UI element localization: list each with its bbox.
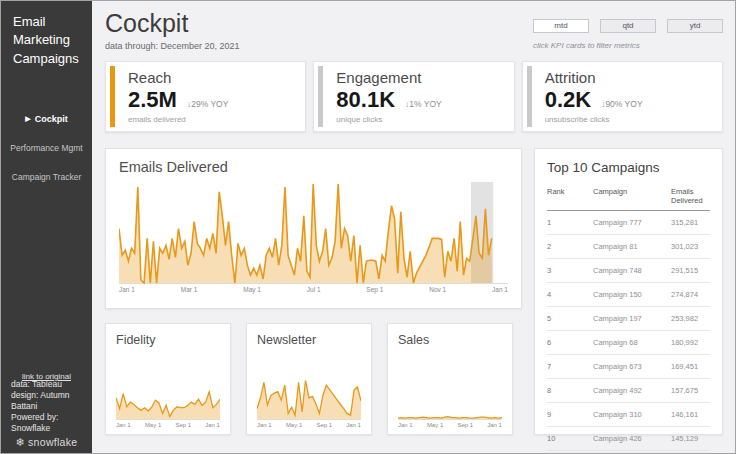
credit-design: design: Autumn Battani (11, 390, 92, 412)
col-emails-delivered: Emails Delivered (671, 187, 710, 205)
kpi-filter-hint: click KPI cards to filter metrics (533, 41, 723, 50)
fidelity-title: Fidelity (116, 333, 220, 347)
top-campaigns-panel: Top 10 Campaigns Rank Campaign Emails De… (534, 148, 723, 435)
table-row[interactable]: 1Campaign 777315,281 (547, 211, 710, 235)
newsletter-panel: Newsletter Jan 1May 1Sep 1Jan 1 (246, 323, 372, 435)
cell-rank: 7 (547, 362, 593, 371)
cell-rank: 1 (547, 218, 593, 227)
snowflake-logo-text: snowflake (28, 436, 77, 448)
kpi-yoy-change: ↓90% YOY (601, 99, 642, 109)
cell-camp: Campaign 310 (593, 410, 671, 419)
x-tick-label: Jan 1 (398, 422, 413, 428)
kpi-card-reach[interactable]: Reach 2.5M ↓29% YOY emails delivered (105, 61, 306, 132)
emails-delivered-chart[interactable] (119, 182, 508, 284)
kpi-card-attrition[interactable]: Attrition 0.2K ↓90% YOY unsubscribe clic… (522, 61, 723, 132)
top-campaigns-title: Top 10 Campaigns (547, 160, 710, 175)
cell-emails: 157,675 (671, 386, 710, 395)
x-tick-label: Sep 1 (457, 422, 473, 428)
cell-rank: 3 (547, 266, 593, 275)
snowflake-logo: ❄snowflake (1, 436, 92, 449)
table-row[interactable]: 10Campaign 426145,129 (547, 427, 710, 451)
cell-camp: Campaign 748 (593, 266, 671, 275)
nav-label: Cockpit (35, 114, 68, 124)
kpi-value: 0.2K (545, 87, 591, 113)
x-tick-label: Sep 1 (175, 422, 191, 428)
cell-camp: Campaign 68 (593, 338, 671, 347)
snowflake-icon: ❄ (16, 436, 26, 448)
period-toggle-group: mtd qtd ytd (533, 19, 723, 33)
kpi-row: Reach 2.5M ↓29% YOY emails delivered Eng… (105, 61, 723, 132)
x-tick-label: Jan 1 (116, 422, 131, 428)
table-row[interactable]: 2Campaign 81301,023 (547, 235, 710, 259)
fidelity-x-axis: Jan 1May 1Sep 1Jan 1 (116, 422, 220, 428)
main-content: Cockpit data through: December 20, 2021 … (92, 1, 735, 453)
mtd-button[interactable]: mtd (533, 19, 589, 33)
cell-emails: 291,515 (671, 266, 710, 275)
credits: data: Tableau design: Autumn Battani Pow… (11, 379, 92, 434)
kpi-sublabel: unique clicks (336, 115, 441, 124)
cell-emails: 274,874 (671, 290, 710, 299)
cell-rank: 10 (547, 434, 593, 443)
cell-camp: Campaign 673 (593, 362, 671, 371)
cell-emails: 180,992 (671, 338, 710, 347)
table-row[interactable]: 5Campaign 197253,982 (547, 307, 710, 331)
cell-emails: 253,982 (671, 314, 710, 323)
table-row[interactable]: 6Campaign 68180,992 (547, 331, 710, 355)
emails-delivered-title: Emails Delivered (119, 159, 508, 175)
cell-camp: Campaign 426 (593, 434, 671, 443)
sidebar: Email Marketing Campaigns ▶Cockpit Perfo… (1, 1, 92, 453)
cell-emails: 169,451 (671, 362, 710, 371)
cell-camp: Campaign 777 (593, 218, 671, 227)
x-tick-label: Jan 1 (119, 286, 135, 293)
table-row[interactable]: 4Campaign 150274,874 (547, 283, 710, 307)
cell-camp: Campaign 81 (593, 242, 671, 251)
app-window: Email Marketing Campaigns ▶Cockpit Perfo… (0, 0, 736, 454)
x-tick-label: Jan 1 (346, 422, 361, 428)
table-row[interactable]: 7Campaign 673169,451 (547, 355, 710, 379)
sidebar-item-cockpit[interactable]: ▶Cockpit (1, 114, 92, 124)
sales-title: Sales (398, 333, 502, 347)
cell-rank: 6 (547, 338, 593, 347)
kpi-yoy-change: ↓1% YOY (405, 99, 442, 109)
cell-rank: 2 (547, 242, 593, 251)
ytd-button[interactable]: ytd (667, 19, 723, 33)
cell-rank: 9 (547, 410, 593, 419)
cell-rank: 8 (547, 386, 593, 395)
x-tick-label: Mar 1 (181, 286, 198, 293)
qtd-button[interactable]: qtd (600, 19, 656, 33)
kpi-value: 80.1K (336, 87, 395, 113)
sidebar-item-performance-mgmt[interactable]: Performance Mgmt (1, 143, 92, 153)
x-tick-label: May 1 (145, 422, 161, 428)
cell-emails: 315,281 (671, 218, 710, 227)
table-row[interactable]: 9Campaign 310146,161 (547, 403, 710, 427)
x-tick-label: Jan 1 (205, 422, 220, 428)
x-tick-label: Jan 1 (492, 286, 508, 293)
header: Cockpit data through: December 20, 2021 … (105, 9, 723, 51)
table-row[interactable]: 8Campaign 492157,675 (547, 379, 710, 403)
sidebar-item-campaign-tracker[interactable]: Campaign Tracker (1, 172, 92, 182)
x-tick-label: Jan 1 (487, 422, 502, 428)
emails-delivered-panel: Emails Delivered Jan 1Mar 1May 1Jul 1Sep… (105, 148, 522, 309)
cell-rank: 4 (547, 290, 593, 299)
sales-chart[interactable] (398, 370, 502, 420)
cell-emails: 146,161 (671, 410, 710, 419)
cell-camp: Campaign 197 (593, 314, 671, 323)
kpi-card-engagement[interactable]: Engagement 80.1K ↓1% YOY unique clicks (313, 61, 514, 132)
kpi-sublabel: emails delivered (128, 115, 228, 124)
app-title: Email Marketing Campaigns (1, 1, 92, 68)
data-through-subtitle: data through: December 20, 2021 (105, 41, 240, 51)
kpi-sublabel: unsubscribe clicks (545, 115, 643, 124)
table-header: Rank Campaign Emails Delivered (547, 187, 710, 211)
sales-panel: Sales Jan 1May 1Sep 1Jan 1 (387, 323, 513, 435)
credit-data: data: Tableau (11, 379, 92, 390)
emails-delivered-x-axis: Jan 1Mar 1May 1Jul 1Sep 1Nov 1Jan 1 (119, 286, 508, 293)
newsletter-chart[interactable] (257, 370, 361, 420)
cell-emails: 301,023 (671, 242, 710, 251)
table-row[interactable]: 3Campaign 748291,515 (547, 259, 710, 283)
sidebar-nav: ▶Cockpit Performance Mgmt Campaign Track… (1, 114, 92, 182)
credit-powered-by: Powered by: Snowflake (11, 412, 92, 434)
fidelity-chart[interactable] (116, 370, 220, 420)
sales-x-axis: Jan 1May 1Sep 1Jan 1 (398, 422, 502, 428)
x-tick-label: May 1 (243, 286, 261, 293)
cell-camp: Campaign 492 (593, 386, 671, 395)
